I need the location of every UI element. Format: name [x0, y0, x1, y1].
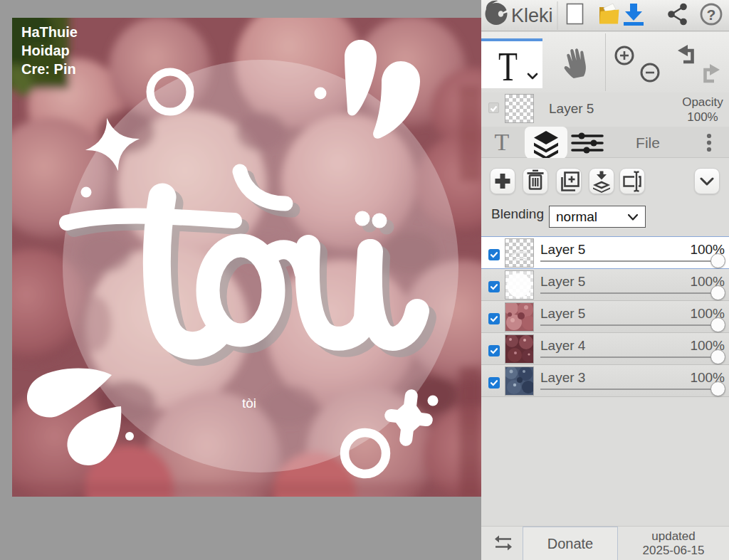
svg-text:Kleki: Kleki: [511, 5, 553, 26]
svg-text:Hoidap: Hoidap: [21, 43, 70, 58]
svg-text:HaThuie: HaThuie: [21, 24, 78, 40]
svg-text:File: File: [636, 134, 660, 151]
svg-text:?: ?: [707, 6, 716, 23]
svg-text:Cre: Pin: Cre: Pin: [21, 61, 76, 77]
svg-text:T: T: [495, 129, 510, 155]
svg-text:tòi: tòi: [242, 396, 256, 411]
